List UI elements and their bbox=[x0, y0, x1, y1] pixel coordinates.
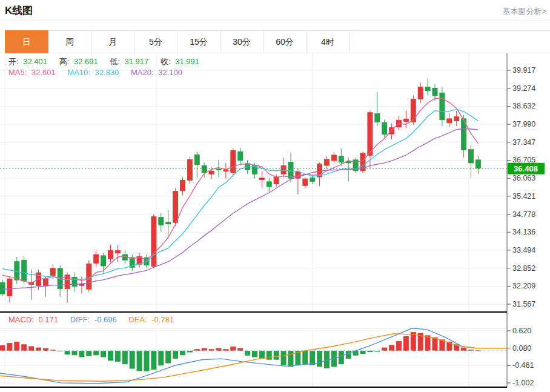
svg-text:-1.002: -1.002 bbox=[512, 379, 534, 387]
svg-text:39.917: 39.917 bbox=[512, 66, 535, 75]
last-price-badge: 36.408 bbox=[508, 163, 545, 174]
svg-text:34.778: 34.778 bbox=[512, 210, 535, 219]
svg-text:33.494: 33.494 bbox=[512, 246, 535, 254]
svg-text:0.080: 0.080 bbox=[512, 344, 531, 353]
svg-text:32.209: 32.209 bbox=[512, 282, 535, 290]
macd-label: MACD: bbox=[8, 315, 34, 324]
tab-bar-filler bbox=[350, 30, 550, 53]
ma10-value: 32.830 bbox=[95, 68, 119, 77]
svg-text:-0.461: -0.461 bbox=[512, 361, 534, 370]
svg-text:31.567: 31.567 bbox=[512, 300, 535, 308]
ma5-label: MA5: bbox=[8, 68, 27, 77]
tab-30min[interactable]: 30分 bbox=[220, 30, 263, 53]
svg-text:39.274: 39.274 bbox=[512, 84, 535, 93]
svg-text:36.063: 36.063 bbox=[512, 174, 535, 182]
tab-4hour[interactable]: 4时 bbox=[306, 30, 350, 53]
diff-value: -0.696 bbox=[94, 315, 117, 324]
svg-text:35.421: 35.421 bbox=[512, 192, 535, 201]
close-value: 31.991 bbox=[175, 57, 199, 66]
macd-value: 0.171 bbox=[39, 315, 59, 324]
tab-15min[interactable]: 15分 bbox=[177, 30, 220, 53]
low-value: 31.917 bbox=[125, 57, 149, 66]
close-label: 收: bbox=[161, 57, 171, 66]
svg-text:34.136: 34.136 bbox=[512, 228, 535, 236]
ma10-line bbox=[2, 109, 478, 279]
ohlc-info-row: 开: 32.401 高: 32.691 低: 31.917 收: 31.991 bbox=[8, 56, 202, 67]
tab-month[interactable]: 月 bbox=[91, 30, 134, 53]
ma20-label: MA20: bbox=[131, 68, 154, 77]
ma10-label: MA10: bbox=[67, 68, 90, 77]
dea-value: -0.781 bbox=[151, 315, 174, 324]
candlesticks bbox=[0, 79, 481, 303]
page-title: K线图 bbox=[5, 4, 33, 18]
low-label: 低: bbox=[110, 57, 120, 66]
svg-text:37.990: 37.990 bbox=[512, 120, 535, 128]
dea-line bbox=[0, 334, 507, 381]
high-label: 高: bbox=[59, 57, 70, 66]
ma5-line bbox=[2, 98, 478, 283]
tab-5min[interactable]: 5分 bbox=[134, 30, 177, 53]
kline-chart-canvas[interactable]: 39.91739.27438.63237.99037.34736.70536.0… bbox=[0, 53, 550, 392]
tab-60min[interactable]: 60分 bbox=[263, 30, 306, 53]
svg-text:32.852: 32.852 bbox=[512, 264, 535, 273]
macd-info-row: MACD: 0.171 DIFF: -0.696 DEA: -0.781 bbox=[8, 315, 176, 324]
ma5-value: 32.601 bbox=[31, 68, 56, 77]
ma10-line bbox=[2, 109, 478, 279]
gridlines bbox=[0, 53, 507, 387]
open-value: 32.401 bbox=[23, 57, 47, 66]
tab-day[interactable]: 日 bbox=[5, 30, 48, 53]
svg-text:36.408: 36.408 bbox=[514, 164, 538, 173]
ma5-line bbox=[2, 98, 478, 283]
ma20-value: 32.100 bbox=[158, 68, 182, 77]
period-tab-bar: 日 周 月 5分 15分 30分 60分 4时 bbox=[5, 30, 550, 53]
title-divider bbox=[0, 21, 550, 21]
svg-text:0.620: 0.620 bbox=[512, 327, 531, 335]
fundamental-analysis-link[interactable]: 基本面分析> bbox=[502, 6, 546, 17]
svg-text:37.347: 37.347 bbox=[512, 138, 535, 147]
axis-labels: 39.91739.27438.63237.99037.34736.70536.0… bbox=[507, 66, 535, 387]
high-value: 32.691 bbox=[74, 57, 98, 66]
diff-label: DIFF: bbox=[70, 315, 90, 324]
dea-line bbox=[0, 334, 507, 381]
tab-week[interactable]: 周 bbox=[48, 30, 91, 53]
open-label: 开: bbox=[8, 57, 19, 66]
dea-label: DEA: bbox=[128, 315, 147, 324]
ma-info-row: MA5: 32.601 MA10: 32.830 MA20: 32.100 bbox=[8, 68, 185, 77]
svg-text:38.632: 38.632 bbox=[512, 102, 535, 110]
